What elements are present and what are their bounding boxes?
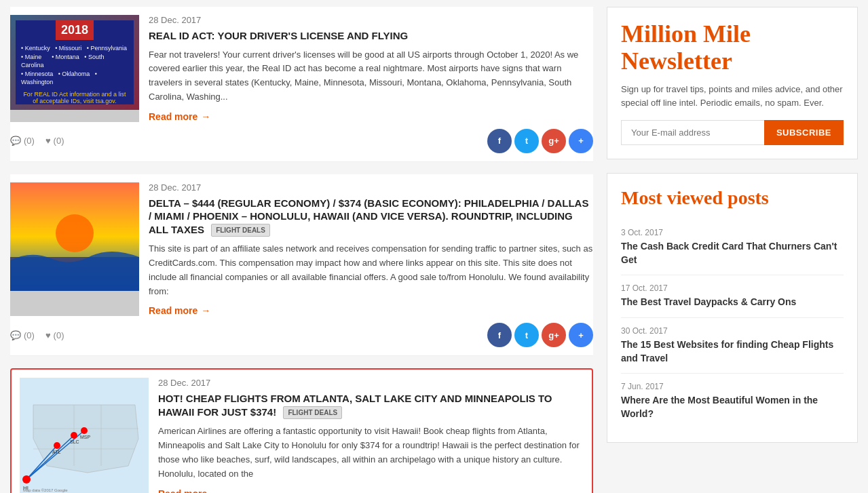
- svg-text:Map data ©2017 Google: Map data ©2017 Google: [23, 488, 68, 492]
- post-date: 7 Jun. 2017: [621, 382, 844, 391]
- googleplus-share-button[interactable]: g+: [542, 323, 566, 347]
- article-body-atlanta-hawaii: 28 Dec. 2017 HOT! CHEAP FLIGHTS FROM ATL…: [158, 378, 584, 493]
- post-item-4: 7 Jun. 2017 Where Are the Most Beautiful…: [621, 374, 844, 429]
- svg-text:SLC: SLC: [70, 439, 79, 444]
- article-card-delta-hawaii: 28 Dec. 2017 DELTA – $444 (REGULAR ECONO…: [10, 174, 593, 357]
- comment-count: 💬 (0): [10, 330, 35, 340]
- svg-point-13: [81, 427, 88, 434]
- most-viewed-title: Most viewed posts: [621, 187, 844, 209]
- facebook-share-button[interactable]: f: [487, 323, 512, 347]
- article-title: DELTA – $444 (REGULAR ECONOMY) / $374 (B…: [149, 197, 593, 237]
- comment-icon: 💬: [10, 136, 21, 146]
- article-thumbnail-real-id: 2018 • Kentucky • Missouri • Pennsylvani…: [10, 15, 139, 122]
- svg-point-12: [71, 432, 77, 439]
- twitter-share-button[interactable]: t: [514, 129, 539, 153]
- article-card-atlanta-hawaii: HI ATL SLC MSP Map data ©2017 Google 28 …: [10, 368, 593, 493]
- article-thumbnail-delta-hawaii: [10, 182, 139, 317]
- twitter-share-button[interactable]: t: [514, 323, 539, 347]
- article-meta: 💬 (0) ♥ (0): [10, 330, 64, 340]
- like-count: ♥ (0): [45, 136, 64, 146]
- svg-text:MSP: MSP: [80, 435, 91, 439]
- facebook-share-button[interactable]: f: [487, 129, 512, 153]
- article-text: This site is part of an affiliate sales …: [149, 242, 593, 298]
- main-content: 2018 • Kentucky • Missouri • Pennsylvani…: [10, 7, 593, 493]
- svg-point-1: [56, 214, 94, 252]
- social-share-buttons: f t g+ +: [487, 129, 593, 153]
- post-item-2: 17 Oct. 2017 The Best Travel Daypacks & …: [621, 275, 844, 318]
- svg-point-14: [22, 475, 31, 484]
- flight-deals-badge: FLIGHT DEALS: [211, 224, 270, 237]
- article-date: 28 Dec. 2017: [149, 182, 593, 193]
- read-more-link-real-id[interactable]: Read more: [149, 111, 210, 122]
- article-meta: 💬 (0) ♥ (0): [10, 136, 64, 146]
- article-body-delta-hawaii: 28 Dec. 2017 DELTA – $444 (REGULAR ECONO…: [149, 182, 593, 317]
- share-button[interactable]: +: [569, 129, 593, 153]
- article-date: 28 Dec. 2017: [149, 15, 593, 25]
- googleplus-share-button[interactable]: g+: [542, 129, 566, 153]
- post-date: 17 Oct. 2017: [621, 283, 844, 293]
- heart-icon: ♥: [45, 330, 51, 340]
- post-title[interactable]: Where Are the Most Beautiful Women in th…: [621, 394, 844, 420]
- heart-icon: ♥: [45, 136, 51, 146]
- subscribe-form: SUBSCRIBE: [621, 120, 844, 145]
- post-title[interactable]: The Cash Back Credit Card That Churners …: [621, 240, 844, 267]
- article-date: 28 Dec. 2017: [158, 378, 584, 388]
- article-footer-delta: 💬 (0) ♥ (0) f t g+ +: [10, 323, 593, 347]
- post-item-1: 3 Oct. 2017 The Cash Back Credit Card Th…: [621, 220, 844, 275]
- post-date: 30 Oct. 2017: [621, 326, 844, 336]
- article-body-real-id: 28 Dec. 2017 REAL ID ACT: YOUR DRIVER'S …: [149, 15, 593, 122]
- social-share-buttons: f t g+ +: [487, 323, 593, 347]
- email-input[interactable]: [621, 120, 764, 145]
- article-title: HOT! CHEAP FLIGHTS FROM ATLANTA, SALT LA…: [158, 392, 584, 419]
- article-text: Fear not travelers! Your current driver'…: [149, 48, 593, 104]
- most-viewed-box: Most viewed posts 3 Oct. 2017 The Cash B…: [607, 173, 858, 443]
- newsletter-title: Million Mile Newsletter: [621, 21, 844, 75]
- comment-count: 💬 (0): [10, 136, 35, 146]
- newsletter-description: Sign up for travel tips, points and mile…: [621, 83, 844, 109]
- flight-deals-badge: FLIGHT DEALS: [283, 406, 342, 419]
- subscribe-button[interactable]: SUBSCRIBE: [764, 120, 844, 145]
- svg-text:ATL: ATL: [52, 450, 60, 454]
- post-title[interactable]: The 15 Best Websites for finding Cheap F…: [621, 338, 844, 365]
- newsletter-box: Million Mile Newsletter Sign up for trav…: [607, 7, 858, 159]
- article-footer-real-id: 💬 (0) ♥ (0) f t g+ +: [10, 129, 593, 153]
- comment-icon: 💬: [10, 330, 21, 340]
- post-title[interactable]: The Best Travel Daypacks & Carry Ons: [621, 296, 844, 309]
- svg-point-11: [54, 442, 60, 449]
- post-date: 3 Oct. 2017: [621, 228, 844, 237]
- article-thumbnail-atlanta-hawaii: HI ATL SLC MSP Map data ©2017 Google: [20, 378, 149, 493]
- article-text: American Airlines are offering a fantast…: [158, 425, 584, 481]
- article-card-real-id: 2018 • Kentucky • Missouri • Pennsylvani…: [10, 7, 593, 162]
- like-count: ♥ (0): [45, 330, 64, 340]
- read-more-link-atlanta[interactable]: Read more: [158, 488, 220, 493]
- read-more-link-delta[interactable]: Read more: [149, 305, 210, 316]
- article-title: REAL ID ACT: YOUR DRIVER'S LICENSE AND F…: [149, 29, 593, 43]
- sidebar: Million Mile Newsletter Sign up for trav…: [607, 7, 858, 493]
- share-button[interactable]: +: [569, 323, 593, 347]
- post-item-3: 30 Oct. 2017 The 15 Best Websites for fi…: [621, 318, 844, 374]
